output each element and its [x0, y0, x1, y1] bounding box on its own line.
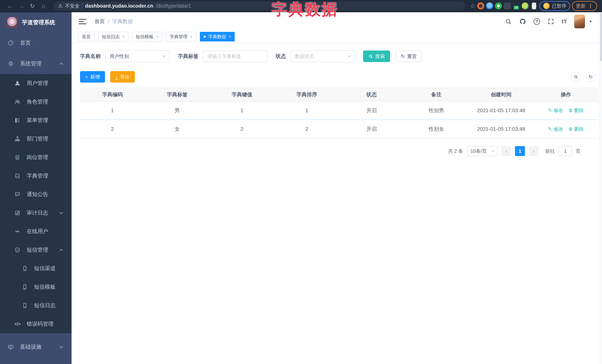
delete-link[interactable]: 删除	[568, 107, 584, 114]
tag-dict-data-active[interactable]: 字典数据 ×	[200, 32, 235, 42]
url-path: /dict/type/data/1	[156, 3, 191, 9]
sidebar-item-errcode-mgmt[interactable]: </> 错误码管理	[0, 315, 72, 333]
dict-name-label: 字典名称	[80, 53, 101, 60]
browser-home-icon[interactable]: ⌂	[39, 3, 48, 10]
sidebar-item-sms-template[interactable]: 短信模板	[0, 278, 72, 296]
extension-icon[interactable]	[477, 2, 484, 10]
extension-icon[interactable]	[495, 2, 502, 10]
sidebar-item-sms-log[interactable]: 短信日志	[0, 296, 72, 315]
overlay-annotation-title: 字典数据	[251, 0, 359, 19]
tag-home[interactable]: 首页	[78, 32, 95, 42]
extensions-puzzle-icon[interactable]	[530, 2, 538, 10]
extension-icon[interactable]	[486, 2, 493, 10]
tag-sms-template[interactable]: 短信模板 ×	[132, 32, 162, 42]
security-warning-icon: ⚠	[58, 3, 62, 9]
sidebar-item-home[interactable]: 首页	[0, 32, 72, 53]
fullscreen-icon[interactable]	[547, 18, 555, 25]
next-page-button[interactable]: ›	[529, 146, 539, 156]
sidebar-item-user-mgmt[interactable]: 用户管理	[0, 74, 72, 93]
help-icon[interactable]: ?	[533, 18, 540, 25]
sidebar-item-online-users[interactable]: 在线用户	[0, 222, 72, 241]
pagination: 共 2 条 10条/页 ‹ 1 › 前往 页	[80, 146, 598, 156]
browser-menu-icon[interactable]: ⋮	[588, 3, 593, 9]
goto-page-input[interactable]	[559, 146, 572, 156]
org-tree-icon	[13, 136, 22, 142]
page-size-select[interactable]: 10条/页	[467, 146, 497, 156]
col-header: 字典标签	[145, 91, 210, 98]
prev-page-button[interactable]: ‹	[501, 146, 511, 156]
sidebar-item-post-mgmt[interactable]: 岗位管理	[0, 148, 72, 167]
browser-forward-icon[interactable]: →	[17, 3, 26, 10]
sidebar-item-label: 在线用户	[27, 228, 48, 235]
scrollbar-thumb[interactable]	[600, 13, 602, 61]
toggle-search-button[interactable]	[571, 72, 581, 82]
extension-icon[interactable]	[522, 2, 529, 10]
tag-sms-log[interactable]: 短信日志 ×	[98, 32, 128, 42]
user-avatar[interactable]	[574, 15, 585, 28]
close-icon[interactable]: ×	[156, 34, 159, 39]
app-logo-row[interactable]: 芋道管理系统	[0, 12, 72, 32]
font-size-icon[interactable]: tT	[562, 18, 567, 25]
export-button[interactable]: ↓ 导出	[110, 71, 135, 83]
gear-icon: ⚙	[7, 60, 15, 67]
browser-back-icon[interactable]: ←	[6, 3, 15, 10]
table-row[interactable]: 2 女 2 2 开启 性别女 2021-01-05 17:03:48 ✎ 修改	[80, 120, 598, 138]
sidebar-item-dict-mgmt[interactable]: 字典管理	[0, 167, 72, 185]
search-form: 字典名称 用户性别 字典标签 状态 数据状态 搜索	[80, 50, 598, 62]
delete-link-label: 删除	[574, 126, 584, 132]
phone-icon	[21, 266, 29, 271]
dict-label-input[interactable]	[207, 53, 263, 59]
refresh-table-button[interactable]: ↻	[586, 72, 596, 82]
bookmark-star-icon[interactable]: ☆	[470, 3, 475, 9]
sidebar-item-role-mgmt[interactable]: 角色管理	[0, 93, 72, 111]
table-header-row: 字典编码 字典标签 字典键值 字典排序 状态 备注 创建时间 操作	[80, 88, 598, 102]
sidebar-item-sms-channel[interactable]: 短信渠道	[0, 259, 72, 278]
chrome-update-button[interactable]: 更新 ⋮	[572, 1, 597, 11]
close-icon[interactable]: ×	[229, 34, 231, 39]
page-size-value: 10条/页	[471, 148, 487, 154]
monitor-icon	[7, 344, 15, 350]
reset-button-label: 重置	[407, 53, 417, 60]
edit-link[interactable]: ✎ 修改	[548, 126, 563, 132]
col-header: 字典键值	[210, 91, 275, 98]
sidebar-item-sms-mgmt[interactable]: 短信管理	[0, 241, 72, 259]
github-icon[interactable]	[519, 18, 527, 25]
sidebar-item-dept-mgmt[interactable]: 部门管理	[0, 130, 72, 148]
edit-link-label: 修改	[553, 126, 563, 132]
caret-down-icon[interactable]: ▾	[589, 19, 592, 24]
close-icon[interactable]: ×	[190, 34, 193, 39]
sidebar-item-infrastructure[interactable]: 基础设施	[0, 337, 72, 357]
sidebar-item-audit-log[interactable]: 审计日志	[0, 204, 72, 222]
search-icon[interactable]	[505, 18, 512, 25]
sidebar-item-menu-mgmt[interactable]: 菜单管理	[0, 111, 72, 130]
status-select[interactable]: 数据状态	[290, 50, 355, 62]
profile-paused-chip[interactable]: 已暂停	[539, 1, 570, 11]
breadcrumb-home[interactable]: 首页	[95, 18, 105, 25]
tag-label: 短信模板	[136, 34, 154, 40]
sidebar-item-notice[interactable]: 通知公告	[0, 185, 72, 204]
close-icon[interactable]: ×	[122, 34, 125, 39]
dict-name-select[interactable]: 用户性别	[105, 50, 170, 62]
browser-reload-icon[interactable]: ↻	[28, 2, 37, 10]
reset-button[interactable]: ↻ 重置	[396, 51, 422, 62]
sidebar-item-system-mgmt[interactable]: ⚙ 系统管理	[0, 53, 72, 74]
edit-icon: ✎	[548, 126, 552, 132]
profile-avatar	[543, 3, 549, 9]
tag-dict-mgmt[interactable]: 字典管理 ×	[166, 32, 196, 42]
page-1-button[interactable]: 1	[515, 146, 525, 156]
edit-icon: ✎	[548, 108, 552, 113]
dict-name-value: 用户性别	[110, 53, 129, 60]
search-button[interactable]: 搜索	[363, 51, 390, 62]
delete-link[interactable]: 删除	[568, 126, 584, 132]
app-logo	[7, 17, 17, 28]
extension-icon[interactable]	[504, 2, 511, 10]
table-row[interactable]: 1 男 1 1 开启 性别男 2021-01-05 17:03:48 ✎ 修改	[80, 102, 598, 120]
collapse-sidebar-icon[interactable]	[79, 19, 86, 24]
page-scrollbar[interactable]	[599, 12, 602, 364]
edit-document-icon	[13, 210, 22, 216]
edit-link[interactable]: ✎ 修改	[548, 107, 563, 114]
extension-on-icon[interactable]: on	[513, 2, 520, 10]
col-header: 创建时间	[469, 91, 534, 98]
add-button[interactable]: + 新增	[80, 71, 105, 83]
cell-actions: ✎ 修改 删除	[533, 126, 598, 132]
